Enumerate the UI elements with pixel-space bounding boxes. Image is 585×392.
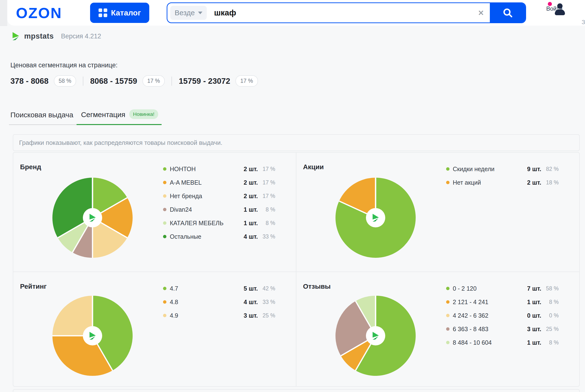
legend-label: Остальные xyxy=(170,233,201,240)
charts-info-box: Графики показывают, как распределяются т… xyxy=(13,134,580,151)
legend-label: Нет акций xyxy=(453,179,481,186)
charts-info-text: Графики показывают, как распределяются т… xyxy=(19,139,222,146)
legend-label: Нет бренда xyxy=(170,192,202,200)
panel-title: Бренд xyxy=(20,163,41,171)
legend-item[interactable]: Нет бренда2 шт.17 % xyxy=(163,189,275,203)
legend-label: КАТАЛЕЯ МЕБЕЛЬ xyxy=(170,220,223,227)
legend-item[interactable]: 4.75 шт.42 % xyxy=(163,282,275,295)
tab-segmentation[interactable]: Сегментация Новинка! xyxy=(77,110,162,125)
legend-label: 2 121 - 4 241 xyxy=(453,298,488,306)
legend-count: 1 шт. xyxy=(244,220,258,227)
legend-count: 1 шт. xyxy=(244,206,258,213)
search-scope-label: Везде xyxy=(175,9,195,17)
tab-bar: Поисковая выдача Сегментация Новинка! xyxy=(9,110,162,125)
legend-item[interactable]: A-A MEBEL2 шт.17 % xyxy=(163,176,275,189)
divider xyxy=(172,76,172,86)
legend-percent: 17 % xyxy=(258,193,275,200)
segmentation-charts-grid: Бренд НОНТОН2 шт.17 %A-A MEBEL2 шт.17 %Н… xyxy=(13,152,580,387)
divider xyxy=(83,76,83,86)
legend-percent: 18 % xyxy=(541,179,559,186)
search-bar: Везде ✕ xyxy=(167,2,526,23)
mpstats-brand: mpstats xyxy=(24,32,54,40)
ozon-logo[interactable]: OZON xyxy=(16,4,62,22)
search-input[interactable] xyxy=(214,8,472,18)
price-segmentation-row: 378 - 8068 58 % 8068 - 15759 17 % 15759 … xyxy=(11,75,258,87)
legend-label: 4.9 xyxy=(170,312,178,319)
pie-chart[interactable] xyxy=(52,295,133,376)
legend-item[interactable]: 4 242 - 6 3620 шт.0 % xyxy=(446,309,559,322)
legend-count: 2 шт. xyxy=(244,179,258,186)
mpstats-header: mpstats Версия 4.212 xyxy=(12,32,101,41)
legend-count: 4 шт. xyxy=(244,298,258,306)
search-submit-button[interactable] xyxy=(490,2,525,23)
orders-button[interactable]: Зака xyxy=(581,4,585,26)
legend-percent: 25 % xyxy=(258,312,275,319)
legend-count: 7 шт. xyxy=(527,285,541,292)
legend-color-dot xyxy=(446,341,449,344)
catalog-button[interactable]: Каталог xyxy=(90,3,149,23)
legend: Скидки недели9 шт.82 %Нет акций2 шт.18 % xyxy=(446,162,559,189)
pie-chart[interactable] xyxy=(52,177,133,258)
orders-label: Зака xyxy=(581,19,585,26)
legend-item[interactable]: 6 363 - 8 4833 шт.25 % xyxy=(446,322,559,336)
legend-percent: 58 % xyxy=(541,285,559,292)
legend-count: 2 шт. xyxy=(244,166,258,172)
next-section-box xyxy=(13,389,580,392)
legend-label: 4 242 - 6 362 xyxy=(453,312,488,319)
legend-color-dot xyxy=(163,167,166,171)
legend: 0 - 2 1207 шт.58 %2 121 - 4 2411 шт.8 %4… xyxy=(446,282,559,349)
clear-search-icon[interactable]: ✕ xyxy=(472,9,490,17)
ozon-header: OZON Каталог Везде ✕ Войти Зака xyxy=(7,0,585,26)
legend-item[interactable]: 8 484 - 10 6041 шт.8 % xyxy=(446,336,559,349)
pie-chart[interactable] xyxy=(335,177,416,258)
panel-brand: Бренд НОНТОН2 шт.17 %A-A MEBEL2 шт.17 %Н… xyxy=(13,152,296,272)
legend-percent: 42 % xyxy=(258,285,275,292)
legend-item[interactable]: 4.93 шт.25 % xyxy=(163,309,275,322)
legend-percent: 17 % xyxy=(258,179,275,186)
legend-item[interactable]: КАТАЛЕЯ МЕБЕЛЬ1 шт.8 % xyxy=(163,216,275,230)
new-badge: Новинка! xyxy=(129,109,159,119)
legend: НОНТОН2 шт.17 %A-A MEBEL2 шт.17 %Нет бре… xyxy=(163,162,275,243)
legend-item[interactable]: Остальные4 шт.33 % xyxy=(163,230,275,243)
search-icon xyxy=(502,7,513,18)
legend-label: 8 484 - 10 604 xyxy=(453,339,492,346)
pie-chart[interactable] xyxy=(335,295,416,376)
legend-color-dot xyxy=(446,181,449,184)
legend-label: A-A MEBEL xyxy=(170,179,202,186)
chevron-down-icon xyxy=(198,12,202,14)
legend-item[interactable]: Divan241 шт.8 % xyxy=(163,203,275,216)
price-share-badge: 17 % xyxy=(143,75,165,87)
legend-color-dot xyxy=(163,287,166,290)
panel-rating: Рейтинг 4.75 шт.42 %4.84 шт.33 %4.93 шт.… xyxy=(13,272,296,386)
legend-item[interactable]: 4.84 шт.33 % xyxy=(163,295,275,309)
legend-label: Скидки недели xyxy=(453,166,495,172)
legend-label: НОНТОН xyxy=(170,166,196,172)
legend-color-dot xyxy=(446,300,449,304)
legend-label: 6 363 - 8 483 xyxy=(453,326,488,332)
tab-search-results[interactable]: Поисковая выдача xyxy=(9,111,77,125)
legend-percent: 33 % xyxy=(258,299,275,305)
legend-color-dot xyxy=(446,314,449,317)
legend-item[interactable]: Нет акций2 шт.18 % xyxy=(446,176,559,189)
legend-percent: 17 % xyxy=(258,166,275,172)
legend-count: 0 шт. xyxy=(527,312,541,319)
legend-item[interactable]: 0 - 2 1207 шт.58 % xyxy=(446,282,559,295)
price-share-badge: 17 % xyxy=(236,75,258,87)
login-button[interactable]: Войти xyxy=(541,4,567,12)
legend-color-dot xyxy=(163,181,166,184)
legend-color-dot xyxy=(446,327,449,331)
legend-percent: 8 % xyxy=(541,340,559,346)
legend-percent: 25 % xyxy=(541,326,559,332)
legend-item[interactable]: НОНТОН2 шт.17 % xyxy=(163,162,275,176)
legend-item[interactable]: Скидки недели9 шт.82 % xyxy=(446,162,559,176)
legend-label: 4.7 xyxy=(170,285,178,292)
search-scope-dropdown[interactable]: Везде xyxy=(170,6,207,20)
legend-color-dot xyxy=(163,194,166,198)
price-share-badge: 58 % xyxy=(54,75,76,87)
legend-label: Divan24 xyxy=(170,206,192,213)
catalog-button-label: Каталог xyxy=(111,8,141,18)
legend-percent: 0 % xyxy=(541,312,559,319)
legend-item[interactable]: 2 121 - 4 2411 шт.8 % xyxy=(446,295,559,309)
legend-count: 1 шт. xyxy=(527,298,541,306)
price-range: 15759 - 23072 xyxy=(179,76,230,86)
